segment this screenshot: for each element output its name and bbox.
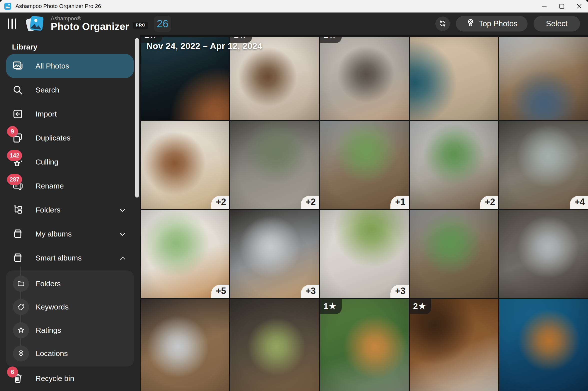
album-icon [12, 228, 23, 240]
menu-button[interactable] [7, 18, 17, 30]
window-title: Ashampoo Photo Organizer Pro 26 [15, 3, 101, 10]
import-icon [12, 108, 23, 120]
sidebar-item-label: Rename [35, 182, 64, 190]
photo-tile-tiger-resting[interactable]: 1★ [320, 299, 409, 391]
photo-tile-plant-basket-warm[interactable]: +1 [320, 121, 409, 209]
photo-tile-plant-basket-mono[interactable]: +2 [230, 121, 319, 209]
sidebar-item-label: Folders [36, 280, 61, 288]
stack-count-badge: +2 [480, 196, 498, 209]
stack-count-badge: +3 [301, 285, 319, 298]
sync-icon [438, 19, 447, 28]
sidebar-item-folders[interactable]: Folders [6, 198, 134, 222]
sidebar-item-label: Search [35, 86, 59, 94]
sidebar-item-duplicates[interactable]: 9Duplicates [6, 126, 134, 150]
sidebar-item-smart-ratings[interactable]: Ratings [6, 318, 134, 342]
photo-tile-grey-cat-on-couch[interactable] [410, 37, 498, 120]
photo-tile-crowd-selfie[interactable] [499, 37, 588, 120]
sidebar-item-label: Recycle bin [35, 374, 74, 383]
photo-tile-succulent-black-pot[interactable]: +5 [141, 210, 229, 298]
stack-count-badge: +1 [390, 196, 409, 209]
sidebar-item-label: Smart albums [35, 254, 82, 262]
sidebar-item-all-photos[interactable]: All Photos [6, 54, 134, 78]
select-label: Select [546, 19, 568, 28]
sidebar: Library All PhotosSearchImport9Duplicate… [0, 35, 140, 391]
photo-tile-glass-jar-table[interactable] [141, 299, 229, 391]
stack-count-badge: +3 [390, 285, 409, 298]
count-badge: 287 [7, 174, 22, 185]
photo-tile-canyon-rocks[interactable]: 2★ [410, 299, 498, 391]
top-photos-button[interactable]: Top Photos [456, 16, 528, 32]
sidebar-item-my-albums[interactable]: My albums [6, 222, 134, 246]
sidebar-item-smart-folders[interactable]: Folders [6, 272, 134, 295]
chevron-down-icon[interactable] [118, 205, 127, 215]
stack-count-badge: +2 [301, 196, 319, 209]
sidebar-item-label: Import [35, 110, 57, 118]
folder-tree-icon [12, 204, 23, 216]
brand-company: Ashampoo® [51, 16, 148, 22]
photo-tile-sea-turtle[interactable] [499, 299, 588, 391]
count-badge: 142 [7, 150, 22, 161]
date-range-label: Nov 24, 2022 – Apr 12, 2024 [146, 41, 262, 51]
pro-badge: PRO [133, 22, 148, 29]
select-button[interactable]: Select [534, 16, 580, 32]
sidebar-item-label: Ratings [36, 326, 61, 334]
sidebar-item-label: All Photos [35, 62, 69, 70]
sidebar-item-label: Duplicates [35, 134, 70, 142]
tag-icon [13, 299, 29, 315]
refresh-button[interactable] [435, 16, 450, 31]
photo-tile-plant-basket-couch[interactable]: +2 [410, 121, 498, 209]
star-icon [13, 322, 29, 338]
search-icon [12, 84, 23, 96]
maximize-button[interactable] [553, 0, 571, 12]
star-rating-badge: 2★ [320, 37, 342, 43]
window-controls [536, 0, 588, 12]
sidebar-item-rename[interactable]: 287Rename [6, 174, 134, 198]
star-rating-badge: 2★ [410, 299, 431, 314]
sidebar-item-smart-albums[interactable]: Smart albums [6, 246, 134, 270]
app-header: Ashampoo® Photo Organizer PRO 26 Top Pho… [0, 12, 588, 35]
brand-block: Ashampoo® Photo Organizer PRO [51, 16, 148, 32]
photo-tile-glass-bottles-plant[interactable]: +4 [499, 121, 588, 209]
stack-count-badge: +5 [211, 285, 229, 298]
chevron-up-icon[interactable] [118, 253, 127, 263]
version-badge: 26 [154, 16, 171, 32]
album-icon [12, 252, 23, 264]
app-window: Ashampoo Photo Organizer Pro 26 Ashampoo… [0, 0, 588, 391]
photo-grid: 1★1★2★+2+2+1+2+4+5+3+31★2★ [141, 37, 588, 391]
sidebar-item-smart-locations[interactable]: Locations [6, 342, 134, 365]
brand-product: Photo Organizer [51, 21, 129, 32]
photo-tile-upturned-glasses[interactable]: +3 [230, 210, 319, 298]
pin-icon [13, 346, 29, 362]
sidebar-item-smart-keywords[interactable]: Keywords [6, 295, 134, 318]
sidebar-item-label: Folders [35, 206, 60, 214]
sidebar-scrollbar[interactable] [135, 38, 139, 198]
close-button[interactable] [571, 0, 588, 12]
chevron-down-icon[interactable] [118, 229, 127, 239]
photo-tile-tabby-cat-standing[interactable]: 2★ [320, 37, 409, 120]
photo-tile-wall-shelf-scooter[interactable]: +3 [320, 210, 409, 298]
library-section-label: Library [12, 42, 140, 52]
sidebar-item-culling[interactable]: 142Culling [6, 150, 134, 174]
sidebar-item-import[interactable]: Import [6, 102, 134, 126]
sidebar-item-recycle-bin[interactable]: 6Recycle bin [6, 366, 134, 390]
stack-count-badge: +4 [570, 196, 588, 209]
sidebar-item-label: Keywords [36, 303, 69, 311]
photo-tile-copper-lamp-device[interactable]: +2 [141, 121, 229, 209]
titlebar[interactable]: Ashampoo Photo Organizer Pro 26 [0, 0, 588, 12]
smart-albums-panel: FoldersKeywordsRatingsLocations [6, 270, 134, 366]
star-rating-badge: 1★ [320, 299, 342, 314]
photo-tile-plant-basket-window[interactable] [410, 210, 498, 298]
sidebar-item-label: My albums [35, 230, 72, 238]
photo-tile-tray-plants-dark[interactable] [230, 299, 319, 391]
folder-icon [13, 276, 29, 292]
sidebar-item-search[interactable]: Search [6, 78, 134, 102]
photos-icon [12, 60, 23, 72]
photo-tile-glass-jar-dark[interactable] [499, 210, 588, 298]
stack-count-badge: +2 [211, 196, 229, 209]
top-photos-label: Top Photos [479, 19, 518, 28]
sidebar-item-label: Culling [35, 158, 58, 166]
count-badge: 9 [7, 126, 18, 137]
minimize-button[interactable] [536, 0, 553, 12]
medal-icon [466, 18, 475, 30]
app-logo-icon [25, 15, 45, 32]
